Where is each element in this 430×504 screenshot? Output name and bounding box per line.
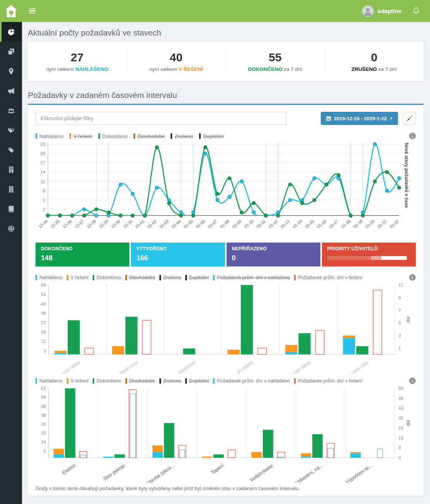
line-chart-legend: NahlášenoV řešeníDokončenoDlouhodobéZruš… [36,133,416,140]
username[interactable]: adaptine [378,8,401,14]
compress-arrows-icon [406,116,412,121]
legend-item[interactable]: Požadavek prům. dní v nahlášeno [213,275,290,280]
legend-item[interactable]: Požadavek prům. dní v řešení [294,275,362,280]
legend-item[interactable]: Dokončeno [93,275,121,280]
data-point [204,146,207,149]
sidebar-item-locations[interactable] [0,61,22,81]
notifications-button[interactable] [411,5,422,17]
sidebar-item-web[interactable] [0,219,22,238]
info-icon[interactable]: i [409,274,416,281]
stat-value: 55 [226,51,325,64]
summary-tiles: DOKONČENO148VYTVOŘENO166NEPŘIŘAZENO0PRIO… [36,243,416,266]
summary-tile: PRIORITY UŽIVATELŮ [322,243,416,266]
legend-item[interactable]: Nahlášeno [36,133,63,139]
legend-item[interactable]: Zrušeno [159,275,181,280]
users-icon [7,107,15,115]
legend-marker [36,275,37,280]
sidebar-item-building-2[interactable] [0,179,22,199]
legend-item[interactable]: Duplicitní [199,133,223,139]
sidebar-item-dashboard[interactable] [0,22,22,42]
data-point [95,214,98,217]
legend-label: Požadavek prům. dní v nahlášeno [217,378,290,384]
legend-item[interactable]: Požadavek prům. dní v řešení [294,378,362,384]
data-point [361,211,364,214]
legend-item[interactable]: V řešení [69,133,92,139]
data-point [168,199,171,202]
legend-item[interactable]: Dlouhodobé [125,378,155,384]
svg-text:6: 6 [44,449,46,453]
bar-nahlaseno [301,457,311,458]
svg-text:01-10: 01-10 [243,219,254,229]
bar-avg-dni [258,348,266,354]
data-point [168,202,171,205]
tile-value: 148 [41,254,124,262]
legend-marker [185,378,187,384]
main-content: Aktuální počty požadavků ve stavech 27ny… [22,28,430,496]
data-point [191,211,195,214]
info-icon[interactable]: i [409,378,416,384]
category-label: Stav pokoje [102,463,126,482]
svg-text:3: 3 [398,333,401,338]
bar-dokonceno [114,454,125,458]
legend-marker [159,275,161,280]
user-avatar[interactable] [362,5,374,17]
data-point [83,214,86,217]
legend-marker [294,378,296,384]
data-point [264,214,267,217]
sidebar-item-announcements[interactable] [0,81,22,101]
tile-label: DOKONČENO [41,246,124,251]
sidebar-item-tag[interactable] [0,140,22,160]
data-point [313,177,316,180]
legend-marker [67,275,68,280]
menu-toggle-button[interactable] [22,3,42,19]
bar-dokonceno [183,349,195,354]
svg-text:24: 24 [398,426,403,430]
legend-item[interactable]: Zrušeno [171,133,193,139]
legend-marker [93,378,94,384]
legend-item[interactable]: Dlouhodobé [125,275,155,280]
svg-text:51: 51 [41,292,46,297]
legend-item[interactable]: V řešení [67,378,89,384]
sidebar-item-assets[interactable] [0,42,22,61]
summary-tile: VYTVOŘENO166 [131,243,225,266]
app-logo[interactable] [0,0,22,22]
data-point [288,199,291,202]
calendar-icon [326,116,331,121]
filter-input[interactable] [36,112,286,125]
svg-text:01-05: 01-05 [183,219,194,229]
data-point [143,214,146,217]
svg-text:12-25: 12-25 [49,219,60,229]
legend-item[interactable]: V řešení [67,275,89,280]
bar-avg-dni [130,394,135,458]
legend-item[interactable]: Nahlášeno [36,378,63,384]
legend-label: Požadavek prům. dní v řešení [298,378,362,384]
sidebar-item-building[interactable] [0,160,22,179]
sidebar-item-tags[interactable] [0,120,22,140]
building2-icon [7,185,15,193]
status-counts-box: 27nyní celkem NAHLÁŠENO40nyní celkem V Ř… [28,42,423,81]
bar-avg-dni [377,449,383,458]
legend-item[interactable]: Nahlášeno [36,275,63,280]
data-point [216,192,219,196]
data-point [276,211,279,214]
svg-text:19: 19 [41,330,46,334]
legend-item[interactable]: Dlouhodobé [134,133,164,139]
legend-item[interactable]: Dokončeno [98,133,128,139]
category-label-blurred: xx xxxxxx [236,360,254,374]
compress-button[interactable] [403,112,416,125]
sidebar-item-users[interactable] [0,101,22,120]
legend-item[interactable]: Zrušeno [159,378,181,384]
bar-nahlaseno [350,453,361,458]
legend-item[interactable]: Požadavek prům. dní v nahlášeno [213,378,290,384]
legend-item[interactable]: Dokončeno [93,378,121,384]
legend-marker [69,133,71,139]
legend-item[interactable]: Duplicitní [185,275,209,280]
svg-text:01-02: 01-02 [146,219,157,229]
svg-text:12-28: 12-28 [86,219,96,229]
bar-vreseni [152,445,163,452]
sidebar-item-documents[interactable] [0,199,22,219]
info-icon[interactable]: i [409,133,416,139]
legend-item[interactable]: Duplicitní [185,378,209,384]
tile-label: NEPŘIŘAZENO [232,246,315,251]
date-range-button[interactable]: 2019-12-24 - 2020-1-22 ▼ [321,112,398,125]
